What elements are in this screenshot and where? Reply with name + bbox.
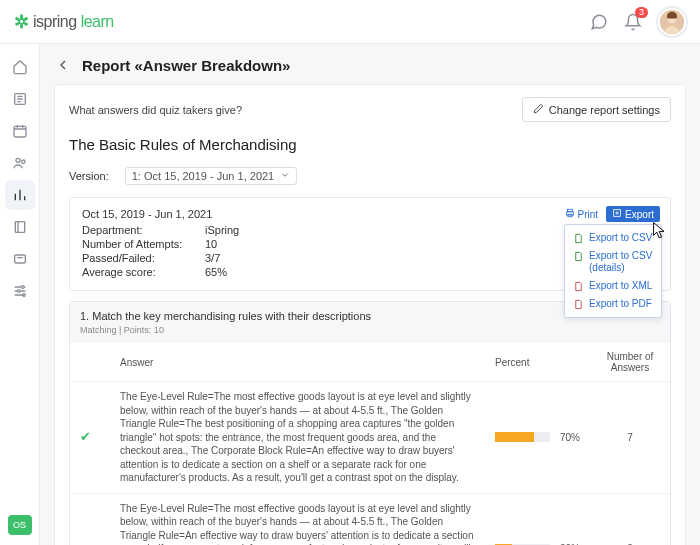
question-block: 1. Match the key merchandising rules wit…: [69, 301, 671, 545]
summary-value: 10: [205, 238, 217, 250]
check-icon: ✔: [80, 429, 91, 444]
summary-label: Number of Attempts:: [82, 238, 197, 250]
page-subtitle: What answers did quiz takers give?: [69, 104, 242, 116]
chat-icon[interactable]: [590, 13, 608, 31]
os-badge[interactable]: OS: [8, 515, 32, 535]
export-pdf[interactable]: Export to PDF: [565, 295, 661, 313]
svg-rect-7: [14, 255, 25, 263]
nav-home[interactable]: [5, 52, 35, 82]
print-button[interactable]: Print: [559, 206, 605, 222]
th-answer: Answer: [110, 343, 485, 382]
answer-text: The Eye-Level Rule=The most effective go…: [110, 382, 485, 494]
correct-mark: ✔: [70, 382, 110, 494]
summary-label: Average score:: [82, 266, 197, 278]
export-menu: Export to CSV Export to CSV (details) Ex…: [564, 224, 662, 318]
nav-users[interactable]: [5, 148, 35, 178]
page-title: Report «Answer Breakdown»: [82, 57, 290, 74]
answer-text: The Eye-Level Rule=The most effective go…: [110, 493, 485, 545]
svg-point-9: [17, 290, 20, 293]
export-csv-details-label: Export to CSV (details): [589, 250, 653, 274]
summary-box: Oct 15, 2019 - Jun 1, 2021 Department:iS…: [69, 197, 671, 291]
file-icon: [573, 299, 584, 310]
question-meta: Matching | Points: 10: [80, 325, 660, 335]
nav-settings[interactable]: [5, 276, 35, 306]
print-label: Print: [578, 209, 599, 220]
version-select[interactable]: 1: Oct 15, 2019 - Jun 1, 2021: [125, 167, 297, 185]
answer-percent: 30%: [485, 493, 590, 545]
summary-value: iSpring: [205, 224, 239, 236]
file-icon: [573, 251, 584, 262]
export-pdf-label: Export to PDF: [589, 298, 652, 310]
export-xml-label: Export to XML: [589, 280, 652, 292]
th-percent: Percent: [485, 343, 590, 382]
export-xml[interactable]: Export to XML: [565, 277, 661, 295]
export-label: Export: [625, 209, 654, 220]
summary-value: 65%: [205, 266, 227, 278]
notification-badge: 3: [635, 7, 648, 18]
nav-reports[interactable]: [5, 180, 35, 210]
summary-label: Department:: [82, 224, 197, 236]
answer-percent: 70%: [485, 382, 590, 494]
svg-rect-6: [15, 222, 24, 233]
left-nav: OS: [0, 44, 40, 545]
content: Report «Answer Breakdown» What answers d…: [40, 44, 700, 545]
brand-name-2: learn: [81, 13, 114, 31]
cursor-icon: [652, 221, 668, 239]
answer-row: ✔The Eye-Level Rule=The most effective g…: [70, 382, 670, 494]
logo-icon: ✲: [14, 11, 29, 33]
change-report-settings-button[interactable]: Change report settings: [522, 97, 671, 122]
report-title: The Basic Rules of Merchandising: [69, 136, 671, 153]
answer-row: The Eye-Level Rule=The most effective go…: [70, 493, 670, 545]
summary-label: Passed/Failed:: [82, 252, 197, 264]
version-label: Version:: [69, 170, 109, 182]
nav-messages[interactable]: [5, 244, 35, 274]
answer-count: 3: [590, 493, 670, 545]
export-button[interactable]: Export: [606, 206, 660, 222]
answer-count: 7: [590, 382, 670, 494]
logo[interactable]: ✲ ispring learn: [14, 11, 114, 33]
nav-library[interactable]: [5, 212, 35, 242]
nav-courses[interactable]: [5, 84, 35, 114]
svg-rect-3: [14, 126, 26, 137]
print-icon: [565, 208, 575, 220]
correct-mark: [70, 493, 110, 545]
svg-point-8: [21, 286, 24, 289]
change-settings-label: Change report settings: [549, 104, 660, 116]
file-icon: [573, 281, 584, 292]
export-csv[interactable]: Export to CSV: [565, 229, 661, 247]
export-csv-details[interactable]: Export to CSV (details): [565, 247, 661, 277]
back-button[interactable]: [54, 56, 72, 74]
user-avatar[interactable]: [658, 8, 686, 36]
pencil-icon: [533, 103, 544, 116]
answers-table: AnswerPercentNumber of Answers✔The Eye-L…: [70, 343, 670, 545]
th-count: Number of Answers: [590, 343, 670, 382]
topbar: ✲ ispring learn 3: [0, 0, 700, 44]
svg-point-5: [21, 160, 24, 163]
file-icon: [573, 233, 584, 244]
chevron-down-icon: [280, 170, 290, 182]
version-value: 1: Oct 15, 2019 - Jun 1, 2021: [132, 170, 274, 182]
brand-name-1: ispring: [33, 13, 77, 31]
notifications-button[interactable]: 3: [624, 13, 642, 31]
export-icon: [612, 208, 622, 220]
summary-value: 3/7: [205, 252, 220, 264]
svg-point-4: [16, 158, 20, 162]
export-csv-label: Export to CSV: [589, 232, 652, 244]
nav-calendar[interactable]: [5, 116, 35, 146]
